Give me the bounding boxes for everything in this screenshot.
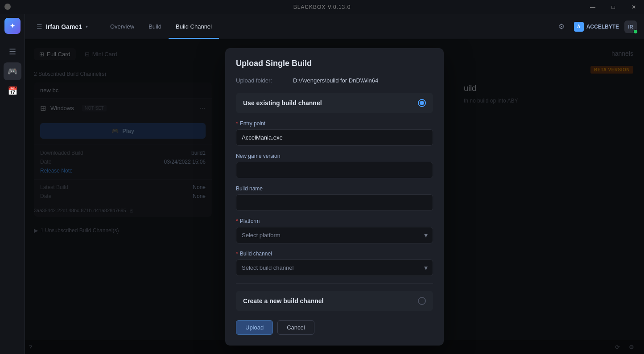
upload-button[interactable]: Upload xyxy=(236,320,273,335)
snap-button[interactable] xyxy=(4,4,11,10)
upload-folder-label: Upload folder: xyxy=(236,77,289,84)
modal-overlay: Upload Single Build Upload folder: D:\Av… xyxy=(25,39,644,354)
platform-required: * xyxy=(236,218,238,224)
titlebar: BLACKBOX V.0.13.0 — □ ✕ xyxy=(0,0,644,14)
rail-icon-calendar[interactable]: 📅 xyxy=(4,82,21,100)
app-logo: ✦ xyxy=(4,18,21,34)
modal-divider xyxy=(236,283,433,284)
build-channel-select-wrapper: Select build channel xyxy=(236,259,433,276)
game-version-label: New game version xyxy=(236,153,433,159)
maximize-button[interactable]: □ xyxy=(603,0,623,14)
entry-point-group: * Entry point xyxy=(236,120,433,146)
build-channel-required: * xyxy=(236,251,238,257)
platform-group: * Platform Select platform Windows Linux… xyxy=(236,218,433,243)
modal-title: Upload Single Build xyxy=(236,59,433,68)
create-new-radio[interactable] xyxy=(418,297,426,305)
build-name-group: Build name xyxy=(236,185,433,211)
game-version-input[interactable] xyxy=(236,162,433,178)
accelbyte-logo: A ACCELBYTE xyxy=(574,22,619,32)
build-name-label: Build name xyxy=(236,185,433,192)
entry-point-input[interactable] xyxy=(236,129,433,146)
platform-form-label: * Platform xyxy=(236,218,433,224)
close-button[interactable]: ✕ xyxy=(623,0,644,14)
game-version-group: New game version xyxy=(236,153,433,178)
accel-badge: A xyxy=(574,22,584,32)
entry-point-required: * xyxy=(236,120,238,127)
minimize-button[interactable]: — xyxy=(582,0,603,14)
page-content: ⊞ Full Card ⊟ Mini Card 2 Subscribed Bui… xyxy=(25,39,644,354)
upload-folder-value: D:\Avengers\build for DnD\Win64 xyxy=(293,77,378,84)
build-name-input[interactable] xyxy=(236,194,433,211)
main-area: ☰ Irfan Game1 ▾ Overview Build Build Cha… xyxy=(25,14,644,354)
upload-folder-row: Upload folder: D:\Avengers\build for DnD… xyxy=(236,77,433,84)
top-nav: ☰ Irfan Game1 ▾ Overview Build Build Cha… xyxy=(25,14,644,39)
modal-footer: Upload Cancel xyxy=(236,320,433,335)
tab-build[interactable]: Build xyxy=(141,15,169,39)
upload-single-build-modal: Upload Single Build Upload folder: D:\Av… xyxy=(225,48,444,346)
game-selector[interactable]: ☰ Irfan Game1 ▾ xyxy=(32,21,92,33)
icon-rail: ✦ ☰ 🎮 📅 xyxy=(0,14,25,354)
window-controls: — □ ✕ xyxy=(582,0,644,14)
cancel-button[interactable]: Cancel xyxy=(277,320,314,335)
use-existing-label: Use existing build channel xyxy=(243,99,322,107)
rail-icon-games[interactable]: 🎮 xyxy=(4,62,21,80)
build-channel-group: * Build channel Select build channel xyxy=(236,251,433,276)
platform-select-wrapper: Select platform Windows Linux macOS xyxy=(236,227,433,243)
menu-icon: ☰ xyxy=(9,47,16,57)
create-new-option[interactable]: Create a new build channel xyxy=(236,291,433,311)
settings-nav-icon[interactable]: ⚙ xyxy=(554,20,569,34)
use-existing-radio[interactable] xyxy=(418,99,426,107)
chevron-down-icon: ▾ xyxy=(86,24,88,29)
platform-select[interactable]: Select platform Windows Linux macOS xyxy=(236,227,433,243)
entry-point-label: * Entry point xyxy=(236,120,433,127)
app-title: BLACKBOX V.0.13.0 xyxy=(293,4,351,10)
game-name: Irfan Game1 xyxy=(46,23,82,30)
tab-build-channel[interactable]: Build Channel xyxy=(169,15,219,39)
tab-overview[interactable]: Overview xyxy=(103,15,141,39)
use-existing-option[interactable]: Use existing build channel xyxy=(236,93,433,113)
accel-label: ACCELBYTE xyxy=(586,24,619,30)
create-new-label: Create a new build channel xyxy=(243,297,324,305)
nav-tabs: Overview Build Build Channel xyxy=(103,15,219,38)
app-layout: ✦ ☰ 🎮 📅 ☰ Irfan Game1 ▾ Overview xyxy=(0,14,644,354)
build-channel-form-label: * Build channel xyxy=(236,251,433,257)
rail-icon-menu[interactable]: ☰ xyxy=(4,43,21,61)
user-avatar[interactable]: IR xyxy=(624,21,637,33)
games-icon: 🎮 xyxy=(8,66,17,76)
nav-right: ⚙ A ACCELBYTE IR xyxy=(554,20,637,34)
calendar-icon: 📅 xyxy=(8,86,17,96)
build-channel-select[interactable]: Select build channel xyxy=(236,259,433,276)
hamburger-icon: ☰ xyxy=(37,23,42,30)
